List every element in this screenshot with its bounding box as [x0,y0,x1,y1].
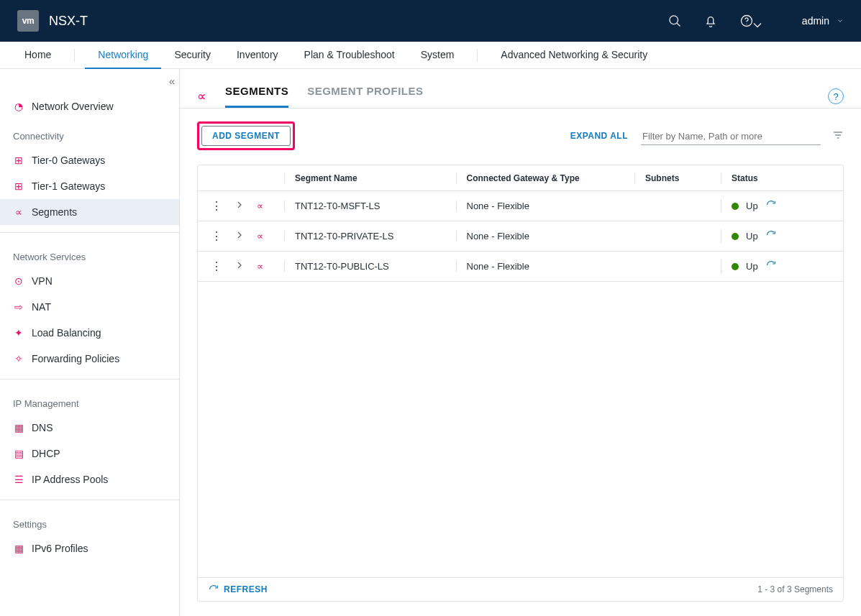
cell-gateway: None - Flexible [456,201,635,211]
tab-networking[interactable]: Networking [85,42,161,69]
tab-security[interactable]: Security [161,42,224,69]
ip-pool-icon: ☰ [13,474,24,485]
dns-icon: ▦ [13,422,24,433]
sidebar-item-dhcp[interactable]: ▤ DHCP [0,441,179,466]
tab-segments[interactable]: SEGMENTS [225,85,288,108]
cell-status: Up [721,259,843,273]
sidebar-item-label: Tier-1 Gateways [32,180,105,192]
row-menu-icon[interactable]: ⋮ [211,261,222,272]
status-dot-icon [732,263,739,270]
user-name: admin [802,15,829,27]
row-count: 1 - 3 of 3 Segments [757,584,833,594]
table-row[interactable]: ⋮∝TNT12-T0-PRIVATE-LSNone - FlexibleUp [198,221,843,252]
segments-table: Segment Name Connected Gateway & Type Su… [197,165,844,602]
tab-segment-profiles[interactable]: SEGMENT PROFILES [307,85,423,108]
segment-icon: ∝ [257,201,263,211]
sidebar-item-load-balancing[interactable]: ✦ Load Balancing [0,320,179,346]
sidebar-item-label: Network Overview [32,101,114,112]
cell-status: Up [721,199,843,213]
expand-all-button[interactable]: EXPAND ALL [570,131,628,141]
user-menu[interactable]: admin [802,15,844,27]
table-row[interactable]: ⋮∝TNT12-T0-MSFT-LSNone - FlexibleUp [198,191,843,221]
svg-point-0 [670,16,678,24]
add-segment-button[interactable]: ADD SEGMENT [201,126,291,146]
vmware-logo: vm [17,10,39,32]
separator [477,49,478,62]
col-subnets[interactable]: Subnets [634,173,721,183]
sidebar-item-nat[interactable]: ⇨ NAT [0,294,179,320]
dhcp-icon: ▤ [13,448,24,459]
row-menu-icon[interactable]: ⋮ [211,231,222,242]
filter-icon[interactable] [832,129,844,143]
expand-row-icon[interactable] [234,259,245,273]
table-footer: REFRESH 1 - 3 of 3 Segments [198,577,843,601]
sidebar-item-tier0[interactable]: ⊞ Tier-0 Gateways [0,147,179,173]
nat-icon: ⇨ [13,301,24,313]
sidebar-item-ip-pools[interactable]: ☰ IP Address Pools [0,466,179,492]
tab-advanced[interactable]: Advanced Networking & Security [488,42,660,69]
sidebar-item-label: VPN [32,275,53,287]
expand-row-icon[interactable] [234,199,245,213]
sidebar-item-label: IPv6 Profiles [32,543,88,554]
cell-gateway: None - Flexible [456,261,635,272]
status-dot-icon [732,203,739,210]
sidebar-group-connectivity: Connectivity [0,119,179,147]
notifications-icon[interactable] [703,13,719,29]
sidebar-group-ip-management: IP Management [0,387,179,415]
segment-icon: ∝ [257,261,263,272]
segments-icon: ∝ [13,206,24,218]
main-tab-strip: Home Networking Security Inventory Plan … [0,42,861,69]
content-area: ∝ SEGMENTS SEGMENT PROFILES ? ADD SEGMEN… [180,69,861,616]
search-icon[interactable] [667,13,683,29]
tab-inventory[interactable]: Inventory [224,42,291,69]
cell-status: Up [721,229,843,243]
svg-point-3 [746,24,747,24]
refresh-button[interactable]: REFRESH [208,584,268,595]
sidebar: « ◔ Network Overview Connectivity ⊞ Tier… [0,69,180,616]
app-header: vm NSX-T admin [0,0,861,42]
sidebar-item-tier1[interactable]: ⊞ Tier-1 Gateways [0,173,179,199]
help-icon[interactable] [739,13,755,29]
filter-input[interactable] [641,127,821,145]
sidebar-item-vpn[interactable]: ⊙ VPN [0,268,179,294]
tab-home[interactable]: Home [12,42,64,69]
table-row[interactable]: ⋮∝TNT12-T0-PUBLIC-LSNone - FlexibleUp [198,252,843,282]
sidebar-item-dns[interactable]: ▦ DNS [0,415,179,441]
help-icon[interactable]: ? [828,88,844,104]
cell-gateway: None - Flexible [456,231,635,242]
row-refresh-icon[interactable] [765,229,777,243]
profile-icon: ▦ [13,543,24,554]
forwarding-icon: ✧ [13,353,24,364]
tab-plan-troubleshoot[interactable]: Plan & Troubleshoot [291,42,408,69]
row-refresh-icon[interactable] [765,199,777,213]
col-segment-name[interactable]: Segment Name [284,173,456,183]
tab-system[interactable]: System [408,42,468,69]
sidebar-item-label: DHCP [32,448,60,459]
status-dot-icon [732,233,739,240]
brand: vm NSX-T [17,10,88,32]
expand-row-icon[interactable] [234,229,245,243]
sidebar-item-label: NAT [32,301,51,313]
sidebar-item-overview[interactable]: ◔ Network Overview [0,93,179,119]
sidebar-item-ipv6[interactable]: ▦ IPv6 Profiles [0,535,179,561]
sidebar-item-label: Forwarding Policies [32,353,119,364]
cell-segment-name: TNT12-T0-MSFT-LS [284,201,456,211]
table-header: Segment Name Connected Gateway & Type Su… [198,165,843,191]
separator [74,49,75,62]
row-menu-icon[interactable]: ⋮ [211,201,222,212]
refresh-icon [208,584,219,595]
col-status[interactable]: Status [721,173,843,183]
sidebar-group-network-services: Network Services [0,240,179,268]
row-refresh-icon[interactable] [765,259,777,273]
sidebar-item-segments[interactable]: ∝ Segments [0,199,179,225]
cell-segment-name: TNT12-T0-PUBLIC-LS [284,261,456,272]
lock-icon: ⊙ [13,275,24,287]
col-gateway[interactable]: Connected Gateway & Type [456,173,635,183]
segment-icon: ∝ [257,231,263,242]
sidebar-item-forwarding-policies[interactable]: ✧ Forwarding Policies [0,346,179,372]
svg-line-1 [677,23,680,26]
highlight-annotation: ADD SEGMENT [197,121,295,150]
segments-icon: ∝ [197,88,206,104]
gateway-icon: ⊞ [13,180,24,192]
collapse-sidebar-icon[interactable]: « [169,75,172,87]
